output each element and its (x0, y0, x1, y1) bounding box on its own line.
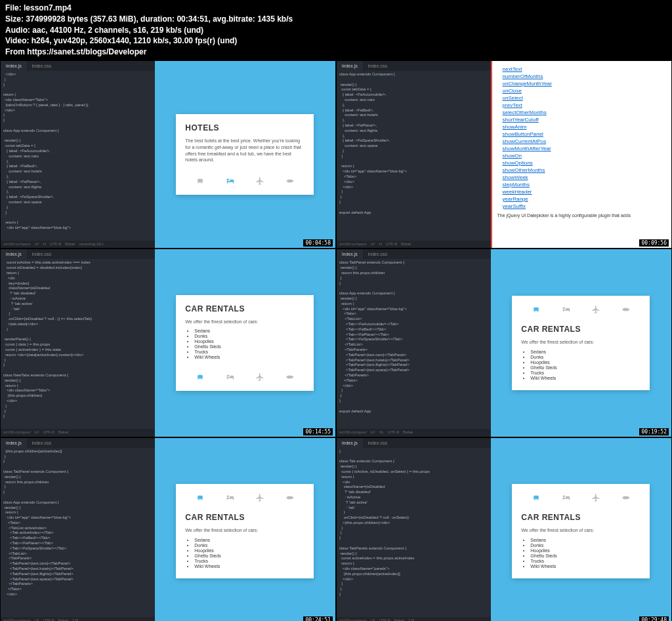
car-list-item: Donks (194, 334, 304, 338)
car-list-item: Trucks (530, 559, 640, 563)
thumb-6: index.jsindex.css } class Tab extends Co… (336, 437, 672, 621)
cars-list: SedansDonksHoopdiesGhetto SledsTrucksWil… (521, 538, 640, 569)
cars-list: SedansDonksHoopdiesGhetto SledsTrucksWil… (521, 350, 640, 380)
doc-link[interactable]: stepMonths (497, 182, 666, 188)
shuttle-icon[interactable] (284, 493, 296, 502)
plane-icon[interactable] (254, 372, 266, 382)
bed-icon[interactable] (560, 305, 572, 314)
doc-link[interactable]: yearRange (497, 196, 666, 202)
app-preview: CAR RENTALS We offer the finest selectio… (155, 249, 335, 436)
shuttle-icon[interactable] (284, 176, 296, 186)
car-icon[interactable] (194, 176, 206, 186)
code-editor[interactable]: index.jsindex.css class App extends Comp… (337, 61, 491, 248)
car-list-item: Wild Wheels (530, 564, 640, 569)
car-list-item: Hoopdies (194, 339, 304, 344)
doc-link[interactable]: yearSuffix (497, 203, 666, 209)
tab-icons (521, 305, 640, 318)
plane-icon[interactable] (590, 305, 602, 314)
thumbnail-grid: index.js index.css </div> ) } return ( <… (0, 60, 672, 621)
code-editor[interactable]: index.jsindex.css {this.props.children[a… (1, 438, 155, 621)
app-preview: CAR RENTALS We offer the finest selectio… (491, 438, 671, 621)
card-title: CAR RENTALS (185, 513, 304, 522)
card-title: CAR RENTALS (185, 304, 304, 313)
car-list-item: Wild Wheels (194, 564, 304, 569)
size-line: Size: 374999928 bytes (357.63 MiB), dura… (5, 14, 667, 25)
thumb-1: index.js index.css </div> ) } return ( <… (0, 60, 336, 249)
doc-link[interactable]: showButtonPanel (497, 131, 666, 137)
car-icon[interactable] (530, 493, 542, 502)
doc-link[interactable]: showMonthAfterYear (497, 146, 666, 151)
bed-icon[interactable] (224, 493, 236, 502)
doc-link[interactable]: onSelect (497, 95, 666, 101)
code-content: } class Tab extends Component { render()… (337, 448, 491, 599)
bed-icon[interactable] (224, 176, 236, 186)
card-title: CAR RENTALS (521, 513, 640, 522)
cars-card: CAR RENTALS We offer the finest selectio… (512, 296, 650, 390)
doc-description: The jQuery UI Datepicker is a highly con… (497, 213, 666, 218)
plane-icon[interactable] (590, 493, 602, 502)
code-editor[interactable]: index.js index.css </div> ) } return ( <… (1, 61, 155, 248)
doc-link[interactable]: shortYearCutoff (497, 117, 666, 123)
doc-link[interactable]: showOn (497, 153, 666, 159)
cars-card: CAR RENTALS We offer the finest selectio… (176, 295, 314, 391)
doc-link[interactable]: showOptions (497, 160, 666, 166)
car-list-item: Sedans (530, 350, 640, 354)
tab-icons (185, 171, 304, 186)
doc-link[interactable]: weekHeader (497, 189, 666, 195)
tab-icons (521, 493, 640, 506)
hotels-card: HOTELS The best hotels at the best price… (176, 114, 314, 195)
doc-link[interactable]: onChangeMonthYear (497, 81, 666, 87)
doc-links: nextTextnumberOfMonthsonChangeMonthYearo… (497, 66, 666, 209)
car-list-item: Donks (194, 543, 304, 548)
plane-icon[interactable] (254, 176, 266, 186)
car-list-item: Sedans (194, 538, 304, 542)
thumb-2: index.jsindex.css class App extends Comp… (336, 60, 672, 249)
doc-link[interactable]: showAnim (497, 124, 666, 130)
shuttle-icon[interactable] (620, 493, 632, 502)
car-list-item: Ghetto Sleds (530, 553, 640, 558)
cars-card: CAR RENTALS We offer the finest selectio… (512, 484, 650, 578)
code-editor[interactable]: index.jsindex.css class TabPanel extends… (337, 249, 491, 436)
media-info-header: File: lesson7.mp4 Size: 374999928 bytes … (0, 0, 672, 60)
bed-icon[interactable] (560, 493, 572, 502)
doc-link[interactable]: showOtherMonths (497, 167, 666, 173)
thumb-5: index.jsindex.css {this.props.children[a… (0, 437, 336, 621)
car-icon[interactable] (530, 305, 542, 314)
file-line: File: lesson7.mp4 (5, 3, 667, 14)
code-editor[interactable]: index.jsindex.css } class Tab extends Co… (337, 438, 491, 621)
card-text: We offer the finest selection of cars: (185, 319, 304, 325)
doc-link[interactable]: nextText (497, 66, 666, 72)
doc-link[interactable]: showCurrentAtPos (497, 138, 666, 144)
code-content: class TabPanel extends Component { rende… (337, 259, 491, 415)
doc-link[interactable]: selectOtherMonths (497, 110, 666, 115)
card-title: HOTELS (185, 123, 304, 132)
card-title: CAR RENTALS (521, 325, 640, 334)
cars-card: CAR RENTALS We offer the finest selectio… (176, 484, 314, 578)
card-text: We offer the finest selection of cars: (521, 339, 640, 346)
tab-index-js[interactable]: index.js (1, 61, 27, 71)
car-list-item: Donks (530, 543, 640, 548)
code-content: class App extends Component { render() {… (337, 71, 491, 216)
code-editor[interactable]: index.jsindex.css const isActive = this.… (1, 249, 155, 436)
doc-link[interactable]: numberOfMonths (497, 73, 666, 79)
car-list-item: Hoopdies (530, 360, 640, 365)
cars-list: SedansDonksHoopdiesGhetto SledsTrucksWil… (185, 329, 304, 359)
plane-icon[interactable] (254, 493, 266, 502)
shuttle-icon[interactable] (620, 305, 632, 314)
doc-link[interactable]: showWeek (497, 174, 666, 180)
code-content: </div> ) } return ( <div className="Tabs… (1, 71, 155, 232)
car-list-item: Ghetto Sleds (194, 553, 304, 558)
car-icon[interactable] (194, 372, 206, 382)
bed-icon[interactable] (224, 372, 236, 382)
car-icon[interactable] (194, 493, 206, 502)
doc-link[interactable]: onClose (497, 88, 666, 94)
video-line: Video: h264, yuv420p, 2560x1440, 1210 kb… (5, 35, 667, 47)
car-list-item: Trucks (194, 559, 304, 563)
status-bar: src/02-compourLFNUTF-8Babelrecording-02-… (1, 241, 155, 249)
doc-link[interactable]: prevText (497, 102, 666, 108)
documentation-panel[interactable]: nextTextnumberOfMonthsonChangeMonthYearo… (491, 61, 671, 248)
tab-index-css[interactable]: index.css (27, 61, 56, 71)
card-text: The best hotels at the best price. Wheth… (185, 138, 304, 163)
from-line: From https://sanet.st/blogs/Developer (5, 47, 667, 58)
shuttle-icon[interactable] (284, 372, 296, 382)
